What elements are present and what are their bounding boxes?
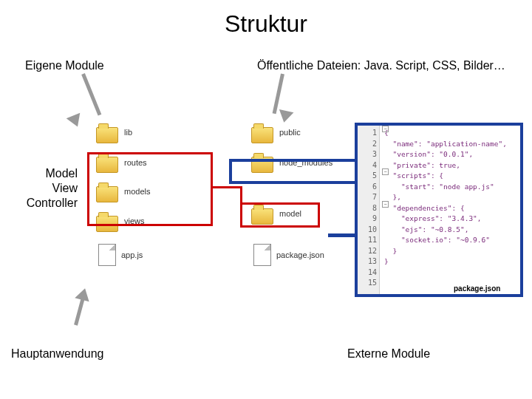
page-title: Struktur <box>0 0 532 38</box>
label-hauptanwendung: Hauptanwendung <box>11 347 103 361</box>
line-number-gutter: 123456789101112131415 <box>358 126 380 294</box>
highlight-box-model <box>240 202 320 228</box>
connector-line <box>213 186 242 188</box>
file-label: app.js <box>121 250 143 259</box>
file-icon <box>98 244 116 266</box>
arrow-eigene <box>81 73 101 116</box>
fold-icon: − <box>382 126 389 132</box>
label-mvc: Model View Controller <box>18 166 78 211</box>
label-oeffentliche: Öffentliche Dateien: Java. Script, CSS, … <box>257 59 505 72</box>
fold-icon: − <box>382 201 389 208</box>
arrow-head-icon <box>66 113 85 129</box>
fold-icon: − <box>382 168 389 175</box>
connector-line <box>240 186 242 205</box>
arrow-head-icon <box>277 109 294 124</box>
folder-icon <box>96 127 118 143</box>
code-caption: package.json <box>454 284 500 293</box>
code-content: { "name": "application-name", "version":… <box>383 126 520 294</box>
file-label: package.json <box>276 250 324 259</box>
arrow-head-icon <box>75 287 92 302</box>
label-externe-module: Externe Module <box>347 347 430 361</box>
folder-label: public <box>279 128 301 137</box>
arrow-oeffentliche <box>273 73 284 114</box>
folder-icon <box>251 127 273 143</box>
file-icon <box>253 244 271 266</box>
label-eigene-module: Eigene Module <box>25 59 104 72</box>
highlight-box-mvc <box>87 152 213 226</box>
folder-label: lib <box>124 128 132 137</box>
